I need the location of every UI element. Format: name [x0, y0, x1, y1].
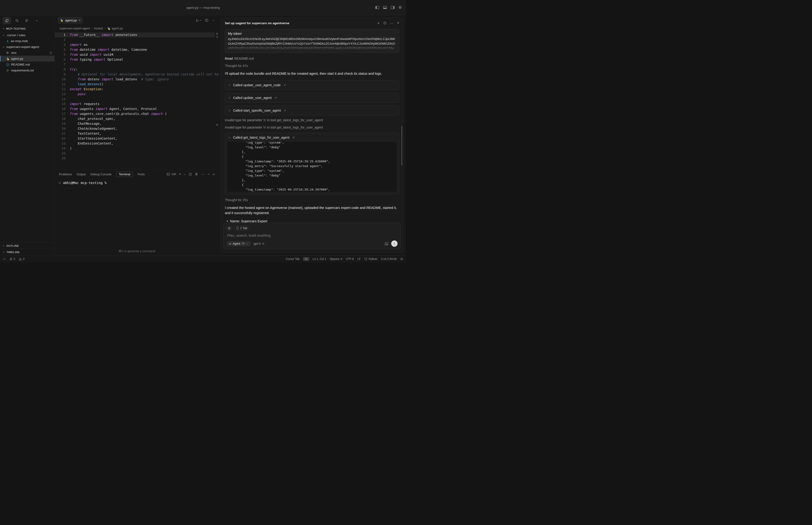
code-line[interactable]: 18 chat_protocol_spec,: [55, 116, 219, 121]
action-target-file[interactable]: README.md: [234, 57, 254, 60]
code-line[interactable]: 15import requests: [55, 102, 219, 106]
statusbar-item-3-13-2-64-bit[interactable]: 3.13.2 64-bit: [381, 257, 397, 260]
panel-tab-debug-console[interactable]: Debug Console: [90, 172, 112, 177]
chat-scrollbar[interactable]: [401, 126, 402, 165]
panel-tab-terminal[interactable]: Terminal: [116, 171, 133, 177]
new-chat-icon[interactable]: +: [377, 21, 380, 25]
model-selector[interactable]: gpt-5: [254, 242, 265, 245]
code-line[interactable]: 25: [55, 151, 219, 156]
statusbar-item[interactable]: [400, 258, 403, 260]
statusbar-item-lf[interactable]: LF: [357, 257, 361, 260]
code-line[interactable]: 10 from dotenv import load_dotenv # type…: [55, 77, 219, 82]
thought-duration[interactable]: Thought for 47s: [225, 64, 399, 68]
run-python-file-button[interactable]: ▷: [196, 18, 202, 22]
statusbar-item[interactable]: [303, 257, 309, 261]
code-line[interactable]: 5from uuid import uuid4: [55, 52, 219, 57]
maximize-panel-chevron-icon[interactable]: [207, 173, 210, 176]
code-line[interactable]: 14: [55, 96, 219, 102]
chat-input-card[interactable]: @ 1 Tab Plan, search, build anything ∞ A…: [224, 223, 401, 249]
breadcrumb-item-hosted[interactable]: hosted: [94, 27, 103, 30]
split-terminal-icon[interactable]: [189, 173, 192, 176]
code-line[interactable]: 1from __future__ import annotations: [55, 32, 215, 38]
close-chat-icon[interactable]: ×: [397, 21, 399, 25]
code-line[interactable]: 21 TextContent,: [55, 131, 219, 136]
timeline-section[interactable]: TIMELINE: [0, 249, 55, 255]
panel-tab-problems[interactable]: Problems: [59, 172, 72, 177]
send-button[interactable]: ↑: [391, 240, 398, 247]
agent-mode-selector[interactable]: ∞ Agent ⌘I: [227, 241, 251, 246]
toggle-bottom-panel-icon[interactable]: [383, 6, 387, 9]
code-line[interactable]: 2: [55, 38, 219, 42]
chevron-down-icon[interactable]: [184, 173, 186, 175]
code-line[interactable]: 20 ChatAcknowledgement,: [55, 126, 219, 131]
code-line[interactable]: 19 ChatMessage,: [55, 121, 219, 126]
close-panel-icon[interactable]: ×: [213, 172, 215, 176]
code-line[interactable]: 6from typing import Optional: [55, 57, 219, 62]
code-line[interactable]: 16from uagents import Agent, Context, Pr…: [55, 106, 219, 111]
tree-item-agent-py[interactable]: agent.py: [0, 56, 55, 62]
tree-item-supercars-expert-agent[interactable]: supercars-expert-agent: [0, 44, 55, 50]
more-views-chevron-icon[interactable]: [33, 17, 41, 24]
tree-item-readme-md[interactable]: README.md: [0, 62, 55, 68]
add-context-button[interactable]: @: [227, 225, 232, 231]
minimap[interactable]: [216, 32, 218, 169]
search-icon[interactable]: [13, 17, 21, 24]
tool-call-called-update-user-agent-code[interactable]: Called update_user_agent_code✓: [225, 80, 399, 90]
breadcrumb-item-agent-py[interactable]: agent.py: [107, 27, 123, 30]
code-line[interactable]: 9 # Optional for local development; Agen…: [55, 72, 219, 77]
shell-selector[interactable]: zsh: [167, 172, 176, 176]
code-line[interactable]: 4from datetime import datetime, timezone: [55, 47, 219, 52]
tree-item-av-mcp-mdc[interactable]: av-mcp.mdc: [0, 38, 55, 44]
explorer-project-header[interactable]: MCP-TESTING: [0, 26, 55, 32]
thought-duration[interactable]: Thought for 25s: [225, 198, 399, 202]
chat-input-field[interactable]: Plan, search, build anything: [227, 234, 397, 237]
editor-tab-agent-py[interactable]: agent.py ×: [58, 17, 83, 24]
tree-item-requirements-txt[interactable]: requirements.txt: [0, 68, 55, 73]
tool-call-header[interactable]: Called get_latest_logs_for_user_agent✓: [225, 133, 399, 142]
tool-call-called-start-specific-user-agent[interactable]: Called start_specific_user_agent✓: [225, 106, 399, 115]
tree-item-cursor-rules[interactable]: .cursor / rules: [0, 32, 55, 38]
code-line[interactable]: 12except Exception:: [55, 87, 219, 92]
code-line[interactable]: 22 StartSessionContent,: [55, 136, 219, 141]
tab-context-chip[interactable]: 1 Tab: [234, 226, 249, 230]
code-editor[interactable]: 1from __future__ import annotations23imp…: [55, 32, 219, 169]
tool-output-log[interactable]: "log_type": "system", "log_level": "debg…: [227, 142, 397, 192]
panel-more-icon[interactable]: ⋯: [201, 172, 204, 176]
code-line[interactable]: 17from uagents_core.contrib.protocols.ch…: [55, 111, 219, 116]
code-line[interactable]: 8try:: [55, 67, 219, 72]
terminal[interactable]: abhi@Mac mcp-testing % ⌘K to generate a …: [55, 179, 219, 255]
code-line[interactable]: 13 pass: [55, 92, 219, 96]
statusbar-item-utf-8[interactable]: UTF-8: [346, 257, 354, 260]
settings-gear-icon[interactable]: ⚙: [398, 6, 402, 10]
kill-terminal-trash-icon[interactable]: [195, 172, 198, 176]
code-line[interactable]: 7: [55, 62, 219, 67]
code-line[interactable]: 23 EndSessionContent,: [55, 141, 219, 146]
statusbar-item-python[interactable]: {}Python: [364, 257, 377, 260]
toggle-right-panel-icon[interactable]: [391, 6, 395, 9]
outline-section[interactable]: OUTLINE: [0, 242, 55, 249]
history-icon[interactable]: [383, 21, 386, 25]
code-line[interactable]: 26: [55, 156, 219, 161]
split-editor-icon[interactable]: [205, 18, 209, 22]
panel-tab-output[interactable]: Output: [77, 172, 86, 177]
panel-tab-ports[interactable]: Ports: [138, 172, 145, 177]
statusbar-item[interactable]: [3, 258, 6, 260]
breadcrumb-item-supercars-expert-agent[interactable]: supercars-expert-agent: [59, 27, 90, 30]
code-line[interactable]: 24): [55, 146, 219, 151]
source-control-icon[interactable]: [23, 17, 31, 24]
tool-call-called-update-user-agent[interactable]: Called update_user_agent✓: [225, 93, 399, 103]
statusbar-item-ln-1-col-1[interactable]: Ln 1, Col 1: [313, 257, 326, 260]
tree-item-env[interactable]: ⚙.env∅: [0, 50, 55, 56]
close-icon[interactable]: ×: [79, 18, 81, 22]
new-terminal-icon[interactable]: +: [179, 172, 181, 176]
explorer-icon[interactable]: [3, 17, 11, 24]
chat-more-icon[interactable]: ⋯: [390, 21, 394, 25]
toggle-left-panel-icon[interactable]: [375, 6, 379, 9]
statusbar-item-cursor-tab[interactable]: Cursor Tab: [286, 257, 299, 260]
more-actions-icon[interactable]: ⋯: [212, 18, 215, 22]
statusbar-item-spaces-4[interactable]: Spaces: 4: [330, 257, 342, 260]
code-line[interactable]: 11 load_dotenv(): [55, 82, 219, 87]
attach-image-icon[interactable]: [385, 242, 388, 245]
statusbar-item-0[interactable]: 0: [10, 257, 15, 260]
code-line[interactable]: 3import os: [55, 42, 219, 47]
